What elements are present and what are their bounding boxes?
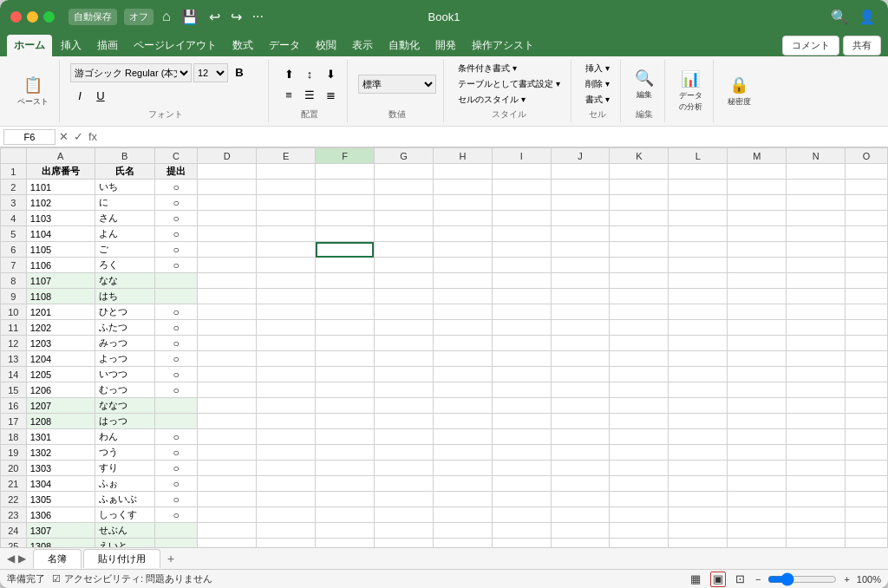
cell-25-A[interactable]: 1308	[26, 539, 95, 548]
cell-5-O[interactable]	[846, 226, 888, 242]
cell-8-J[interactable]	[551, 273, 610, 289]
cell-13-B[interactable]: よっつ	[95, 351, 154, 367]
cell-5-E[interactable]	[257, 226, 316, 242]
cell-24-K[interactable]	[610, 523, 669, 539]
cell-17-C[interactable]	[154, 414, 197, 429]
tab-insert[interactable]: 挿入	[54, 35, 88, 56]
analysis-btn[interactable]: 📊 データの分析	[676, 68, 706, 114]
cell-19-C[interactable]: ○	[154, 445, 197, 461]
cell-4-F[interactable]	[316, 211, 375, 226]
cell-7-L[interactable]	[669, 258, 728, 273]
col-header-i[interactable]: I	[492, 148, 551, 164]
tab-dev[interactable]: 開発	[428, 35, 463, 56]
cell-6-O[interactable]	[846, 242, 888, 258]
cell-5-J[interactable]	[551, 226, 610, 242]
cell-24-A[interactable]: 1307	[26, 523, 95, 539]
cell-10-D[interactable]	[198, 304, 257, 320]
cell-25-H[interactable]	[433, 539, 492, 548]
cell-23-B[interactable]: しっくす	[95, 507, 154, 523]
cell-10-G[interactable]	[374, 304, 433, 320]
col-header-g[interactable]: G	[374, 148, 433, 164]
cell-9-M[interactable]	[728, 289, 787, 304]
cell-6-B[interactable]: ご	[95, 242, 154, 258]
cell-21-I[interactable]	[492, 476, 551, 492]
font-name-select[interactable]: 游ゴシック Regular (本文)	[70, 63, 192, 82]
cell-3-M[interactable]	[728, 195, 787, 211]
cell-22-K[interactable]	[610, 492, 669, 507]
cell-25-D[interactable]	[198, 539, 257, 548]
cell-7-J[interactable]	[551, 258, 610, 273]
paste-button[interactable]: 📋 ペースト	[14, 74, 52, 109]
more-icon[interactable]: ···	[251, 7, 265, 27]
cell-3-C[interactable]: ○	[154, 195, 197, 211]
cell-21-A[interactable]: 1304	[26, 476, 95, 492]
cell-4-I[interactable]	[492, 211, 551, 226]
share-profile-icon[interactable]: 👤	[857, 7, 878, 27]
cell-9-C[interactable]	[154, 289, 197, 304]
page-layout-view-btn[interactable]: ▣	[710, 572, 726, 587]
cell-14-J[interactable]	[551, 367, 610, 382]
cell-7-N[interactable]	[787, 258, 846, 273]
cell-14-A[interactable]: 1205	[26, 367, 95, 382]
cell-17-M[interactable]	[728, 414, 787, 429]
cell-11-G[interactable]	[374, 320, 433, 336]
cell-14-D[interactable]	[198, 367, 257, 382]
cell-5-H[interactable]	[433, 226, 492, 242]
cell-13-H[interactable]	[433, 351, 492, 367]
cell-20-N[interactable]	[787, 461, 846, 476]
cell-14-I[interactable]	[492, 367, 551, 382]
cell-5-D[interactable]	[198, 226, 257, 242]
cell-16-I[interactable]	[492, 398, 551, 414]
cell-2-E[interactable]	[257, 180, 316, 195]
cell-7-G[interactable]	[374, 258, 433, 273]
cell-4-B[interactable]: さん	[95, 211, 154, 226]
cell-17-N[interactable]	[787, 414, 846, 429]
cell-12-K[interactable]	[610, 336, 669, 351]
cell-24-N[interactable]	[787, 523, 846, 539]
tab-data[interactable]: データ	[262, 35, 307, 56]
align-middle-button[interactable]: ↕	[300, 64, 319, 83]
cell-1-E[interactable]	[257, 164, 316, 180]
cell-10-J[interactable]	[551, 304, 610, 320]
cell-23-D[interactable]	[198, 507, 257, 523]
cell-15-A[interactable]: 1206	[26, 382, 95, 398]
home-icon[interactable]: ⌂	[160, 7, 173, 27]
cell-21-L[interactable]	[669, 476, 728, 492]
cell-13-C[interactable]: ○	[154, 351, 197, 367]
col-header-c[interactable]: C	[154, 148, 197, 164]
align-bottom-button[interactable]: ⬇	[321, 64, 340, 83]
zoom-minus-btn[interactable]: −	[755, 574, 761, 585]
cell-20-H[interactable]	[433, 461, 492, 476]
cell-3-J[interactable]	[551, 195, 610, 211]
cell-21-H[interactable]	[433, 476, 492, 492]
cell-12-E[interactable]	[257, 336, 316, 351]
cell-22-O[interactable]	[846, 492, 888, 507]
cell-19-I[interactable]	[492, 445, 551, 461]
cell-6-C[interactable]: ○	[154, 242, 197, 258]
cell-1-H[interactable]	[433, 164, 492, 180]
align-center-button[interactable]: ☰	[300, 85, 319, 104]
cell-15-B[interactable]: むっつ	[95, 382, 154, 398]
cell-10-A[interactable]: 1201	[26, 304, 95, 320]
cell-9-E[interactable]	[257, 289, 316, 304]
cell-13-I[interactable]	[492, 351, 551, 367]
cell-22-J[interactable]	[551, 492, 610, 507]
cell-1-A[interactable]: 出席番号	[26, 164, 95, 180]
comment-button[interactable]: コメント	[782, 36, 839, 56]
cell-22-L[interactable]	[669, 492, 728, 507]
cell-14-C[interactable]: ○	[154, 367, 197, 382]
cell-15-H[interactable]	[433, 382, 492, 398]
cell-12-L[interactable]	[669, 336, 728, 351]
cell-5-F[interactable]	[316, 226, 375, 242]
cell-4-A[interactable]: 1103	[26, 211, 95, 226]
cell-14-G[interactable]	[374, 367, 433, 382]
cell-10-C[interactable]: ○	[154, 304, 197, 320]
cell-24-G[interactable]	[374, 523, 433, 539]
cell-19-L[interactable]	[669, 445, 728, 461]
tab-page-layout[interactable]: ページレイアウト	[127, 35, 224, 56]
cell-2-A[interactable]: 1101	[26, 180, 95, 195]
cell-7-C[interactable]: ○	[154, 258, 197, 273]
cell-7-K[interactable]	[610, 258, 669, 273]
cell-8-N[interactable]	[787, 273, 846, 289]
cell-18-B[interactable]: わん	[95, 429, 154, 445]
